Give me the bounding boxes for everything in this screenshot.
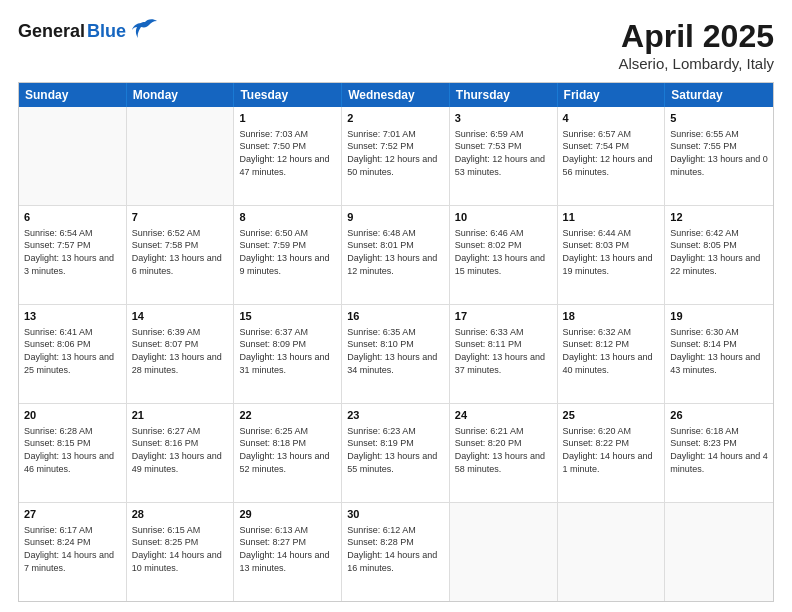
day-number: 2 [347, 111, 444, 126]
day-number: 15 [239, 309, 336, 324]
day-number: 14 [132, 309, 229, 324]
day-number: 20 [24, 408, 121, 423]
cal-day-29: 29Sunrise: 6:13 AM Sunset: 8:27 PM Dayli… [234, 503, 342, 601]
cal-day-2: 2Sunrise: 7:01 AM Sunset: 7:52 PM Daylig… [342, 107, 450, 205]
cal-week-2: 6Sunrise: 6:54 AM Sunset: 7:57 PM Daylig… [19, 206, 773, 305]
day-number: 30 [347, 507, 444, 522]
day-info: Sunrise: 6:25 AM Sunset: 8:18 PM Dayligh… [239, 425, 336, 475]
day-number: 19 [670, 309, 768, 324]
day-info: Sunrise: 6:20 AM Sunset: 8:22 PM Dayligh… [563, 425, 660, 475]
day-info: Sunrise: 6:28 AM Sunset: 8:15 PM Dayligh… [24, 425, 121, 475]
cal-day-8: 8Sunrise: 6:50 AM Sunset: 7:59 PM Daylig… [234, 206, 342, 304]
day-number: 4 [563, 111, 660, 126]
day-number: 29 [239, 507, 336, 522]
cal-day-27: 27Sunrise: 6:17 AM Sunset: 8:24 PM Dayli… [19, 503, 127, 601]
calendar-header-row: SundayMondayTuesdayWednesdayThursdayFrid… [19, 83, 773, 107]
day-info: Sunrise: 6:57 AM Sunset: 7:54 PM Dayligh… [563, 128, 660, 178]
cal-week-4: 20Sunrise: 6:28 AM Sunset: 8:15 PM Dayli… [19, 404, 773, 503]
cal-day-21: 21Sunrise: 6:27 AM Sunset: 8:16 PM Dayli… [127, 404, 235, 502]
day-number: 24 [455, 408, 552, 423]
day-number: 6 [24, 210, 121, 225]
month-title: April 2025 [618, 18, 774, 55]
day-info: Sunrise: 6:21 AM Sunset: 8:20 PM Dayligh… [455, 425, 552, 475]
day-info: Sunrise: 6:12 AM Sunset: 8:28 PM Dayligh… [347, 524, 444, 574]
day-info: Sunrise: 7:01 AM Sunset: 7:52 PM Dayligh… [347, 128, 444, 178]
cal-day-17: 17Sunrise: 6:33 AM Sunset: 8:11 PM Dayli… [450, 305, 558, 403]
page: General Blue April 2025 Alserio, Lombard… [0, 0, 792, 612]
cal-day-6: 6Sunrise: 6:54 AM Sunset: 7:57 PM Daylig… [19, 206, 127, 304]
day-info: Sunrise: 6:35 AM Sunset: 8:10 PM Dayligh… [347, 326, 444, 376]
day-info: Sunrise: 6:55 AM Sunset: 7:55 PM Dayligh… [670, 128, 768, 178]
day-number: 7 [132, 210, 229, 225]
day-info: Sunrise: 6:13 AM Sunset: 8:27 PM Dayligh… [239, 524, 336, 574]
cal-day-26: 26Sunrise: 6:18 AM Sunset: 8:23 PM Dayli… [665, 404, 773, 502]
day-number: 9 [347, 210, 444, 225]
cal-day-3: 3Sunrise: 6:59 AM Sunset: 7:53 PM Daylig… [450, 107, 558, 205]
day-info: Sunrise: 6:27 AM Sunset: 8:16 PM Dayligh… [132, 425, 229, 475]
day-info: Sunrise: 6:41 AM Sunset: 8:06 PM Dayligh… [24, 326, 121, 376]
day-info: Sunrise: 6:59 AM Sunset: 7:53 PM Dayligh… [455, 128, 552, 178]
day-number: 13 [24, 309, 121, 324]
day-info: Sunrise: 6:42 AM Sunset: 8:05 PM Dayligh… [670, 227, 768, 277]
day-number: 26 [670, 408, 768, 423]
day-info: Sunrise: 6:30 AM Sunset: 8:14 PM Dayligh… [670, 326, 768, 376]
logo-general-text: General [18, 21, 85, 42]
day-number: 12 [670, 210, 768, 225]
logo-bird-icon [131, 18, 159, 44]
cal-day-22: 22Sunrise: 6:25 AM Sunset: 8:18 PM Dayli… [234, 404, 342, 502]
cal-day-18: 18Sunrise: 6:32 AM Sunset: 8:12 PM Dayli… [558, 305, 666, 403]
cal-week-5: 27Sunrise: 6:17 AM Sunset: 8:24 PM Dayli… [19, 503, 773, 601]
cal-header-saturday: Saturday [665, 83, 773, 107]
day-info: Sunrise: 6:46 AM Sunset: 8:02 PM Dayligh… [455, 227, 552, 277]
cal-header-sunday: Sunday [19, 83, 127, 107]
day-info: Sunrise: 6:37 AM Sunset: 8:09 PM Dayligh… [239, 326, 336, 376]
cal-day-20: 20Sunrise: 6:28 AM Sunset: 8:15 PM Dayli… [19, 404, 127, 502]
cal-day-5: 5Sunrise: 6:55 AM Sunset: 7:55 PM Daylig… [665, 107, 773, 205]
cal-day-empty [450, 503, 558, 601]
cal-header-thursday: Thursday [450, 83, 558, 107]
location-title: Alserio, Lombardy, Italy [618, 55, 774, 72]
cal-day-1: 1Sunrise: 7:03 AM Sunset: 7:50 PM Daylig… [234, 107, 342, 205]
day-info: Sunrise: 6:18 AM Sunset: 8:23 PM Dayligh… [670, 425, 768, 475]
day-info: Sunrise: 6:39 AM Sunset: 8:07 PM Dayligh… [132, 326, 229, 376]
cal-day-16: 16Sunrise: 6:35 AM Sunset: 8:10 PM Dayli… [342, 305, 450, 403]
day-number: 10 [455, 210, 552, 225]
cal-day-25: 25Sunrise: 6:20 AM Sunset: 8:22 PM Dayli… [558, 404, 666, 502]
day-number: 28 [132, 507, 229, 522]
cal-header-friday: Friday [558, 83, 666, 107]
cal-day-15: 15Sunrise: 6:37 AM Sunset: 8:09 PM Dayli… [234, 305, 342, 403]
cal-day-empty [558, 503, 666, 601]
cal-day-4: 4Sunrise: 6:57 AM Sunset: 7:54 PM Daylig… [558, 107, 666, 205]
day-info: Sunrise: 6:48 AM Sunset: 8:01 PM Dayligh… [347, 227, 444, 277]
cal-day-30: 30Sunrise: 6:12 AM Sunset: 8:28 PM Dayli… [342, 503, 450, 601]
day-info: Sunrise: 6:44 AM Sunset: 8:03 PM Dayligh… [563, 227, 660, 277]
day-info: Sunrise: 6:52 AM Sunset: 7:58 PM Dayligh… [132, 227, 229, 277]
day-number: 16 [347, 309, 444, 324]
calendar: SundayMondayTuesdayWednesdayThursdayFrid… [18, 82, 774, 602]
cal-day-24: 24Sunrise: 6:21 AM Sunset: 8:20 PM Dayli… [450, 404, 558, 502]
day-info: Sunrise: 6:15 AM Sunset: 8:25 PM Dayligh… [132, 524, 229, 574]
day-number: 1 [239, 111, 336, 126]
cal-day-9: 9Sunrise: 6:48 AM Sunset: 8:01 PM Daylig… [342, 206, 450, 304]
day-number: 8 [239, 210, 336, 225]
day-info: Sunrise: 6:17 AM Sunset: 8:24 PM Dayligh… [24, 524, 121, 574]
day-number: 25 [563, 408, 660, 423]
cal-week-1: 1Sunrise: 7:03 AM Sunset: 7:50 PM Daylig… [19, 107, 773, 206]
logo-blue-text: Blue [87, 21, 126, 42]
day-info: Sunrise: 6:33 AM Sunset: 8:11 PM Dayligh… [455, 326, 552, 376]
day-info: Sunrise: 6:50 AM Sunset: 7:59 PM Dayligh… [239, 227, 336, 277]
cal-day-19: 19Sunrise: 6:30 AM Sunset: 8:14 PM Dayli… [665, 305, 773, 403]
cal-header-tuesday: Tuesday [234, 83, 342, 107]
title-block: April 2025 Alserio, Lombardy, Italy [618, 18, 774, 72]
cal-day-empty [19, 107, 127, 205]
cal-day-11: 11Sunrise: 6:44 AM Sunset: 8:03 PM Dayli… [558, 206, 666, 304]
day-info: Sunrise: 6:54 AM Sunset: 7:57 PM Dayligh… [24, 227, 121, 277]
cal-day-empty [665, 503, 773, 601]
day-number: 18 [563, 309, 660, 324]
day-number: 5 [670, 111, 768, 126]
day-number: 27 [24, 507, 121, 522]
cal-week-3: 13Sunrise: 6:41 AM Sunset: 8:06 PM Dayli… [19, 305, 773, 404]
cal-day-28: 28Sunrise: 6:15 AM Sunset: 8:25 PM Dayli… [127, 503, 235, 601]
day-number: 17 [455, 309, 552, 324]
day-number: 21 [132, 408, 229, 423]
